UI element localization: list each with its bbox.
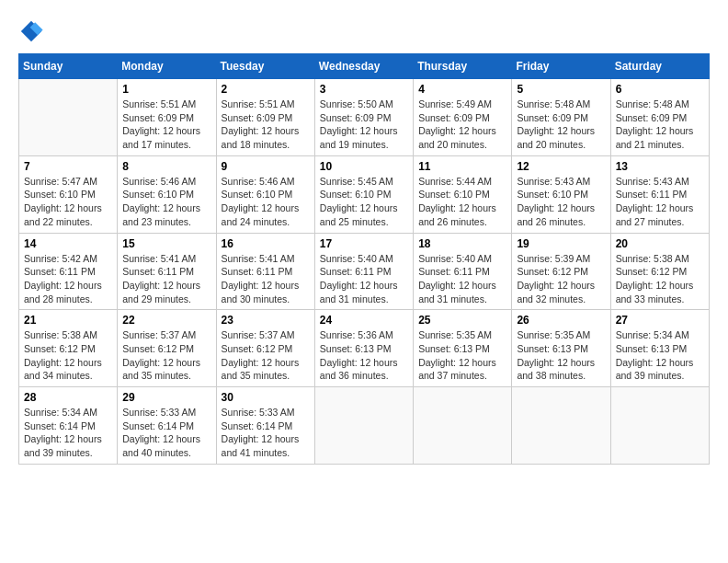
calendar-cell: 22Sunrise: 5:37 AM Sunset: 6:12 PM Dayli… <box>118 310 216 387</box>
day-info: Sunrise: 5:41 AM Sunset: 6:11 PM Dayligh… <box>122 252 210 306</box>
calendar-cell: 12Sunrise: 5:43 AM Sunset: 6:10 PM Dayli… <box>512 155 610 233</box>
calendar-cell <box>414 387 512 465</box>
day-info: Sunrise: 5:39 AM Sunset: 6:12 PM Dayligh… <box>517 252 605 306</box>
calendar-cell <box>512 387 610 465</box>
day-info: Sunrise: 5:33 AM Sunset: 6:14 PM Dayligh… <box>122 406 210 460</box>
calendar-cell: 4Sunrise: 5:49 AM Sunset: 6:09 PM Daylig… <box>414 79 512 156</box>
day-info: Sunrise: 5:45 AM Sunset: 6:10 PM Dayligh… <box>320 175 408 229</box>
day-info: Sunrise: 5:44 AM Sunset: 6:10 PM Dayligh… <box>418 175 506 229</box>
day-header-friday: Friday <box>512 54 610 79</box>
calendar-cell: 20Sunrise: 5:38 AM Sunset: 6:12 PM Dayli… <box>610 233 709 310</box>
calendar-cell: 24Sunrise: 5:36 AM Sunset: 6:13 PM Dayli… <box>314 310 413 387</box>
day-number: 22 <box>122 314 210 327</box>
day-header-thursday: Thursday <box>414 54 512 79</box>
calendar-cell: 19Sunrise: 5:39 AM Sunset: 6:12 PM Dayli… <box>512 233 610 310</box>
calendar-cell: 25Sunrise: 5:35 AM Sunset: 6:13 PM Dayli… <box>414 310 512 387</box>
day-number: 30 <box>222 391 310 404</box>
day-info: Sunrise: 5:40 AM Sunset: 6:11 PM Dayligh… <box>418 252 506 306</box>
day-number: 20 <box>616 237 704 250</box>
day-number: 14 <box>24 237 112 250</box>
day-number: 12 <box>517 160 605 173</box>
day-info: Sunrise: 5:48 AM Sunset: 6:09 PM Dayligh… <box>616 98 704 152</box>
week-row-1: 1Sunrise: 5:51 AM Sunset: 6:09 PM Daylig… <box>19 79 710 156</box>
day-number: 3 <box>320 83 408 96</box>
calendar-cell: 9Sunrise: 5:46 AM Sunset: 6:10 PM Daylig… <box>216 155 314 233</box>
day-header-monday: Monday <box>118 54 216 79</box>
week-row-3: 14Sunrise: 5:42 AM Sunset: 6:11 PM Dayli… <box>19 233 710 310</box>
calendar-header-row: SundayMondayTuesdayWednesdayThursdayFrid… <box>19 54 710 79</box>
calendar-cell: 7Sunrise: 5:47 AM Sunset: 6:10 PM Daylig… <box>19 155 118 233</box>
calendar-cell: 16Sunrise: 5:41 AM Sunset: 6:11 PM Dayli… <box>216 233 314 310</box>
day-number: 10 <box>320 160 408 173</box>
day-info: Sunrise: 5:35 AM Sunset: 6:13 PM Dayligh… <box>517 328 605 383</box>
day-number: 6 <box>616 83 704 96</box>
calendar-cell <box>314 387 413 465</box>
day-number: 28 <box>24 391 112 404</box>
day-info: Sunrise: 5:50 AM Sunset: 6:09 PM Dayligh… <box>320 98 408 152</box>
day-info: Sunrise: 5:46 AM Sunset: 6:10 PM Dayligh… <box>222 175 310 229</box>
calendar-cell <box>610 387 709 465</box>
calendar-cell: 29Sunrise: 5:33 AM Sunset: 6:14 PM Dayli… <box>118 387 216 465</box>
day-info: Sunrise: 5:48 AM Sunset: 6:09 PM Dayligh… <box>517 98 605 152</box>
calendar-cell: 11Sunrise: 5:44 AM Sunset: 6:10 PM Dayli… <box>414 155 512 233</box>
calendar-table: SundayMondayTuesdayWednesdayThursdayFrid… <box>18 53 710 465</box>
day-number: 21 <box>24 314 112 327</box>
day-number: 13 <box>616 160 704 173</box>
day-number: 2 <box>222 83 310 96</box>
day-number: 8 <box>122 160 210 173</box>
calendar-cell: 6Sunrise: 5:48 AM Sunset: 6:09 PM Daylig… <box>610 79 709 156</box>
day-number: 18 <box>418 237 506 250</box>
day-info: Sunrise: 5:34 AM Sunset: 6:13 PM Dayligh… <box>616 328 704 383</box>
calendar-cell: 8Sunrise: 5:46 AM Sunset: 6:10 PM Daylig… <box>118 155 216 233</box>
calendar-cell: 27Sunrise: 5:34 AM Sunset: 6:13 PM Dayli… <box>610 310 709 387</box>
day-header-sunday: Sunday <box>19 54 118 79</box>
day-info: Sunrise: 5:33 AM Sunset: 6:14 PM Dayligh… <box>222 406 310 460</box>
day-info: Sunrise: 5:47 AM Sunset: 6:10 PM Dayligh… <box>24 175 112 229</box>
logo <box>18 18 48 44</box>
day-number: 4 <box>418 83 506 96</box>
day-number: 23 <box>222 314 310 327</box>
calendar-cell: 2Sunrise: 5:51 AM Sunset: 6:09 PM Daylig… <box>216 79 314 156</box>
logo-icon <box>18 18 44 44</box>
day-number: 11 <box>418 160 506 173</box>
day-number: 17 <box>320 237 408 250</box>
calendar-cell: 23Sunrise: 5:37 AM Sunset: 6:12 PM Dayli… <box>216 310 314 387</box>
day-number: 5 <box>517 83 605 96</box>
day-info: Sunrise: 5:37 AM Sunset: 6:12 PM Dayligh… <box>122 328 210 383</box>
calendar-cell: 10Sunrise: 5:45 AM Sunset: 6:10 PM Dayli… <box>314 155 413 233</box>
day-info: Sunrise: 5:43 AM Sunset: 6:11 PM Dayligh… <box>616 175 704 229</box>
day-info: Sunrise: 5:46 AM Sunset: 6:10 PM Dayligh… <box>122 175 210 229</box>
day-header-wednesday: Wednesday <box>314 54 413 79</box>
day-number: 16 <box>222 237 310 250</box>
day-header-saturday: Saturday <box>610 54 709 79</box>
calendar-cell: 13Sunrise: 5:43 AM Sunset: 6:11 PM Dayli… <box>610 155 709 233</box>
day-info: Sunrise: 5:43 AM Sunset: 6:10 PM Dayligh… <box>517 175 605 229</box>
week-row-2: 7Sunrise: 5:47 AM Sunset: 6:10 PM Daylig… <box>19 155 710 233</box>
day-info: Sunrise: 5:35 AM Sunset: 6:13 PM Dayligh… <box>418 328 506 383</box>
day-number: 26 <box>517 314 605 327</box>
day-number: 19 <box>517 237 605 250</box>
day-number: 7 <box>24 160 112 173</box>
calendar-cell: 3Sunrise: 5:50 AM Sunset: 6:09 PM Daylig… <box>314 79 413 156</box>
day-info: Sunrise: 5:51 AM Sunset: 6:09 PM Dayligh… <box>122 98 210 152</box>
day-info: Sunrise: 5:34 AM Sunset: 6:14 PM Dayligh… <box>24 406 112 460</box>
day-info: Sunrise: 5:36 AM Sunset: 6:13 PM Dayligh… <box>320 328 408 383</box>
day-header-tuesday: Tuesday <box>216 54 314 79</box>
calendar-cell: 1Sunrise: 5:51 AM Sunset: 6:09 PM Daylig… <box>118 79 216 156</box>
day-info: Sunrise: 5:37 AM Sunset: 6:12 PM Dayligh… <box>222 328 310 383</box>
day-number: 9 <box>222 160 310 173</box>
day-info: Sunrise: 5:41 AM Sunset: 6:11 PM Dayligh… <box>222 252 310 306</box>
day-info: Sunrise: 5:49 AM Sunset: 6:09 PM Dayligh… <box>418 98 506 152</box>
day-number: 1 <box>122 83 210 96</box>
calendar-cell: 15Sunrise: 5:41 AM Sunset: 6:11 PM Dayli… <box>118 233 216 310</box>
calendar-cell <box>19 79 118 156</box>
day-number: 15 <box>122 237 210 250</box>
day-number: 29 <box>122 391 210 404</box>
day-info: Sunrise: 5:38 AM Sunset: 6:12 PM Dayligh… <box>616 252 704 306</box>
calendar-cell: 28Sunrise: 5:34 AM Sunset: 6:14 PM Dayli… <box>19 387 118 465</box>
week-row-5: 28Sunrise: 5:34 AM Sunset: 6:14 PM Dayli… <box>19 387 710 465</box>
day-info: Sunrise: 5:42 AM Sunset: 6:11 PM Dayligh… <box>24 252 112 306</box>
day-number: 25 <box>418 314 506 327</box>
calendar-cell: 17Sunrise: 5:40 AM Sunset: 6:11 PM Dayli… <box>314 233 413 310</box>
calendar-cell: 5Sunrise: 5:48 AM Sunset: 6:09 PM Daylig… <box>512 79 610 156</box>
